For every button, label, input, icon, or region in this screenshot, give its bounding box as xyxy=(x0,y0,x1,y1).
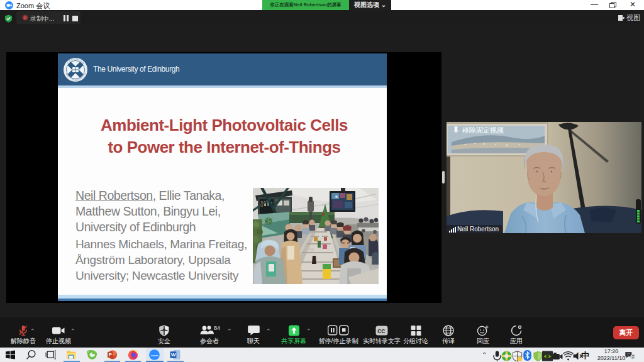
svg-text:W: W xyxy=(171,352,176,358)
svg-text:E: E xyxy=(71,58,73,61)
svg-text:84: 84 xyxy=(214,325,220,331)
svg-text:2: 2 xyxy=(631,354,634,359)
svg-text:CC: CC xyxy=(377,328,385,334)
svg-text:I: I xyxy=(70,77,70,80)
svg-text:H: H xyxy=(84,72,86,75)
svg-text:N: N xyxy=(76,57,78,60)
svg-text:zoom: zoom xyxy=(151,354,158,357)
svg-text:U: U xyxy=(74,57,75,60)
svg-text:U: U xyxy=(77,78,79,81)
svg-text:H: H xyxy=(69,59,70,62)
svg-text:N: N xyxy=(72,78,74,81)
svg-text:E: E xyxy=(82,62,84,65)
svg-text:I: I xyxy=(79,58,79,62)
svg-text:P: P xyxy=(109,352,112,358)
svg-text:D: D xyxy=(67,75,69,78)
svg-text:B: B xyxy=(75,79,77,82)
